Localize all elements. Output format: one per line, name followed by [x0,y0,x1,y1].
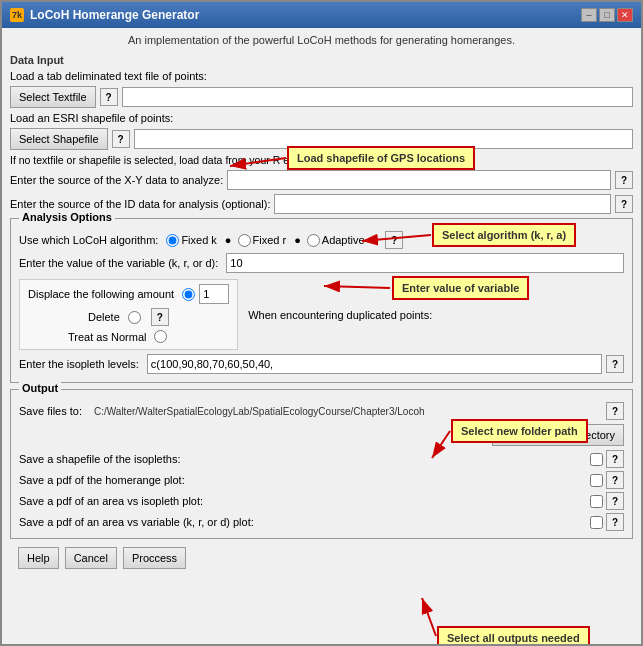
pdf-variable-label: Save a pdf of an area vs variable (k, r,… [19,516,586,528]
textfile-input-row: Select Textfile ? [10,86,633,108]
maximize-button[interactable]: □ [599,8,615,22]
fixed-k-radio[interactable] [166,234,179,247]
delete-radio[interactable] [128,311,141,324]
textfile-input[interactable] [122,87,633,107]
duplicate-help-button[interactable]: ? [151,308,169,326]
isopleth-help-button[interactable]: ? [606,355,624,373]
id-source-label: Enter the source of the ID data for anal… [10,198,270,210]
pdf-area-check [586,495,606,508]
bullet3: ● [373,234,380,246]
shapefile-label: Load an ESRI shapefile of points: [10,112,173,124]
main-window: 7k LoCoH Homerange Generator – □ ✕ An im… [0,0,643,646]
window-controls: – □ ✕ [581,8,633,22]
adaptive-option: Adaptive [307,234,365,247]
shapefile-checkbox[interactable] [590,453,603,466]
variable-label: Enter the value of the variable (k, r, o… [19,257,218,269]
algorithm-radio-group: Fixed k ● Fixed r ● Adaptive ● ? [166,231,403,249]
footer-buttons: Help Cancel Proccess [10,543,633,573]
fixed-r-radio[interactable] [238,234,251,247]
displace-value-input[interactable] [199,284,229,304]
save-path-help-button[interactable]: ? [606,402,624,420]
isopleth-label: Enter the isopleth levels: [19,358,139,370]
pdf-plot-output-row: Save a pdf of the homerange plot: ? [19,471,624,489]
pdf-plot-checkbox[interactable] [590,474,603,487]
id-source-input[interactable] [274,194,611,214]
fixed-r-label: Fixed r [253,234,287,246]
treat-label: Treat as Normal [68,331,146,343]
pdf-area-help[interactable]: ? [606,492,624,510]
save-files-label: Save files to: [19,405,82,417]
pdf-area-checkbox[interactable] [590,495,603,508]
main-content: An implementation of the powerful LoCoH … [2,28,641,644]
output-label: Output [19,382,61,394]
displace-radio[interactable] [182,288,195,301]
treat-row: Treat as Normal [28,330,229,343]
bullet1: ● [225,234,232,246]
output-section: Output Save files to: C:/Walter/WalterSp… [10,389,633,539]
pdf-variable-check [586,516,606,529]
variable-row: Enter the value of the variable (k, r, o… [19,253,624,273]
displace-label: Displace the following amount [28,288,174,300]
app-icon: 7k [10,8,24,22]
minimize-button[interactable]: – [581,8,597,22]
shapefile-output-help[interactable]: ? [606,450,624,468]
bullet2: ● [294,234,301,246]
textfile-row: Load a tab deliminated text file of poin… [10,70,633,82]
pdf-area-output-row: Save a pdf of an area vs isopleth plot: … [19,492,624,510]
pdf-variable-checkbox[interactable] [590,516,603,529]
adaptive-label: Adaptive [322,234,365,246]
cancel-button[interactable]: Cancel [65,547,117,569]
algorithm-tooltip: Select algorithm (k, r, a) [432,223,576,247]
isopleth-row: Enter the isopleth levels: ? [19,354,624,374]
close-button[interactable]: ✕ [617,8,633,22]
variable-tooltip: Enter value of variable [392,276,529,300]
displace-inner-row: Displace the following amount [28,284,229,304]
save-path-text: C:/Walter/WalterSpatialEcologyLab/Spatia… [94,406,602,417]
shapefile-tooltip: Load shapefile of GPS locations [287,146,475,170]
variable-input[interactable] [226,253,624,273]
svg-line-5 [422,598,436,636]
analysis-label: Analysis Options [19,211,115,223]
id-source-help-button[interactable]: ? [615,195,633,213]
title-bar: 7k LoCoH Homerange Generator – □ ✕ [2,2,641,28]
duplicate-box: Displace the following amount Delete ? T… [19,279,238,350]
pdf-plot-check [586,474,606,487]
fixed-k-label: Fixed k [181,234,216,246]
save-path-row: Save files to: C:/Walter/WalterSpatialEc… [19,402,624,420]
adaptive-radio[interactable] [307,234,320,247]
pdf-variable-output-row: Save a pdf of an area vs variable (k, r,… [19,513,624,531]
window-title: LoCoH Homerange Generator [30,8,199,22]
delete-row: Delete ? [28,308,229,326]
pdf-plot-help[interactable]: ? [606,471,624,489]
treat-radio[interactable] [154,330,167,343]
pdf-variable-help[interactable]: ? [606,513,624,531]
shapefile-help-button[interactable]: ? [112,130,130,148]
textfile-help-button[interactable]: ? [100,88,118,106]
delete-label: Delete [88,311,120,323]
shapefile-label-row: Load an ESRI shapefile of points: [10,112,633,124]
x-source-help-button[interactable]: ? [615,171,633,189]
x-source-row: Enter the source of the X-Y data to anal… [10,170,633,190]
duplicate-points-label: When encountering duplicated points: [248,309,432,321]
duplicate-section: Displace the following amount Delete ? T… [19,277,624,352]
fixed-r-option: Fixed r [238,234,287,247]
data-input-label: Data Input [10,54,633,66]
algorithm-help-button[interactable]: ? [385,231,403,249]
x-source-input[interactable] [227,170,611,190]
x-source-label: Enter the source of the X-Y data to anal… [10,174,223,186]
process-button[interactable]: Proccess [123,547,186,569]
subtitle-text: An implementation of the powerful LoCoH … [10,34,633,46]
help-button[interactable]: Help [18,547,59,569]
select-textfile-button[interactable]: Select Textfile [10,86,96,108]
isopleth-input[interactable] [147,354,602,374]
outputs-tooltip: Select all outputs needed [437,626,590,644]
displace-row: Displace the following amount Delete ? T… [19,277,624,352]
shapefile-output-label: Save a shapefile of the isopleths: [19,453,586,465]
fixed-k-option: Fixed k [166,234,216,247]
select-shapefile-button[interactable]: Select Shapefile [10,128,108,150]
data-input-section: Data Input Load a tab deliminated text f… [10,54,633,214]
folder-tooltip: Select new folder path [451,419,588,443]
pdf-area-label: Save a pdf of an area vs isopleth plot: [19,495,586,507]
algorithm-label: Use which LoCoH algorithm: [19,234,158,246]
shapefile-output-check [586,453,606,466]
